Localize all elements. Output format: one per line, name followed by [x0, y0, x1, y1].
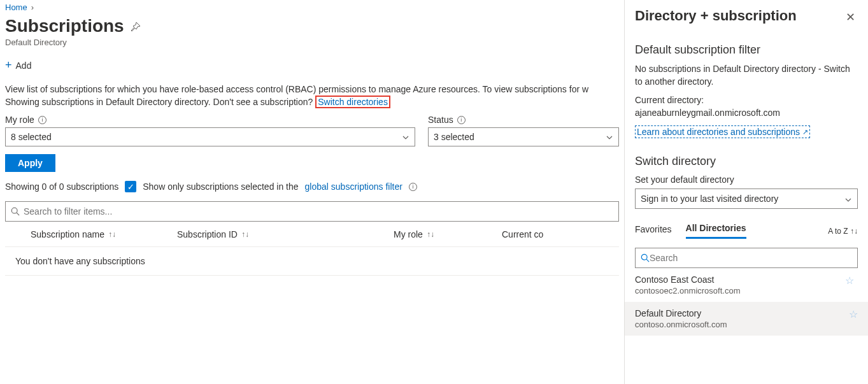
directory-item[interactable]: Default Directorycontoso.onmicrosoft.com…: [625, 302, 868, 336]
results-count: Showing 0 of 0 subscriptions: [5, 181, 118, 192]
svg-point-0: [11, 208, 17, 214]
tab-favorites[interactable]: Favorites: [635, 224, 672, 238]
plus-icon: +: [5, 59, 12, 72]
search-bar[interactable]: [5, 201, 619, 222]
learn-link[interactable]: Learn about directories and subscription…: [635, 125, 810, 138]
default-filter-heading: Default subscription filter: [635, 43, 858, 57]
sort-icon: ↑↓: [241, 230, 249, 239]
info-icon[interactable]: i: [457, 116, 466, 124]
col-subscription-name[interactable]: Subscription name ↑↓: [5, 229, 171, 239]
switch-directories-link[interactable]: Switch directories: [315, 96, 390, 108]
default-filter-text: No subscriptions in Default Directory di…: [635, 63, 858, 88]
info-icon[interactable]: i: [38, 116, 46, 124]
my-role-dropdown[interactable]: 8 selected: [5, 127, 415, 146]
directory-name: Contoso East Coast: [635, 274, 740, 285]
svg-line-1: [17, 213, 19, 215]
apply-button[interactable]: Apply: [5, 154, 55, 172]
set-default-label: Set your default directory: [635, 174, 858, 185]
sort-icon: ↑↓: [108, 230, 116, 239]
chevron-down-icon: [844, 194, 852, 204]
current-directory-label: Current directory:: [635, 95, 704, 105]
side-panel-title: Directory + subscription: [635, 8, 797, 24]
switch-directory-heading: Switch directory: [635, 155, 858, 168]
directory-domain: contosoec2.onmicrosoft.com: [635, 286, 740, 295]
directory-item[interactable]: Contoso East Coastcontosoec2.onmicrosoft…: [635, 268, 858, 302]
chevron-down-icon: [402, 132, 409, 142]
page-title: Subscriptions: [5, 16, 124, 36]
close-button[interactable]: ✕: [843, 8, 858, 27]
sort-icon: ↑↓: [427, 230, 434, 239]
breadcrumb-home-link[interactable]: Home: [5, 3, 27, 12]
search-input[interactable]: [24, 206, 613, 217]
default-directory-dropdown[interactable]: Sign in to your last visited directory: [635, 188, 858, 209]
add-button[interactable]: + Add: [5, 59, 619, 72]
breadcrumb: Home ›: [5, 3, 619, 12]
directory-domain: contoso.onmicrosoft.com: [635, 320, 727, 329]
search-icon: [11, 207, 20, 216]
search-icon: [641, 253, 650, 262]
chevron-down-icon: [606, 132, 613, 142]
current-directory-value: ajaneaburnleygmail.onmicrosoft.com: [635, 108, 780, 118]
col-subscription-id[interactable]: Subscription ID ↑↓: [171, 229, 387, 239]
star-icon[interactable]: ☆: [849, 308, 858, 320]
col-current-cost[interactable]: Current co: [495, 229, 619, 239]
directory-search-input[interactable]: [650, 253, 852, 263]
status-value: 3 selected: [434, 132, 474, 142]
status-label: Status: [428, 115, 453, 125]
add-button-label: Add: [16, 60, 32, 71]
svg-point-2: [641, 255, 647, 260]
description-text: View list of subscriptions for which you…: [5, 83, 619, 108]
show-only-checkbox[interactable]: ✓: [125, 181, 136, 192]
table-header: Subscription name ↑↓ Subscription ID ↑↓ …: [5, 222, 619, 247]
show-only-label: Show only subscriptions selected in the: [143, 181, 298, 192]
info-icon[interactable]: i: [409, 183, 417, 191]
star-icon[interactable]: ☆: [845, 274, 854, 287]
directory-search[interactable]: [635, 248, 858, 268]
sort-toggle[interactable]: A to Z ↑↓: [828, 227, 858, 236]
chevron-right-icon: ›: [31, 3, 34, 12]
tab-all-directories[interactable]: All Directories: [686, 223, 746, 239]
external-link-icon: ↗: [802, 128, 808, 136]
status-dropdown[interactable]: 3 selected: [428, 127, 619, 146]
default-directory-value: Sign in to your last visited directory: [641, 194, 778, 204]
directory-subscription-panel: Directory + subscription ✕ Default subsc…: [624, 0, 868, 384]
svg-line-3: [646, 260, 649, 262]
page-subtitle: Default Directory: [5, 38, 619, 47]
directory-name: Default Directory: [635, 308, 727, 318]
my-role-label: My role: [5, 115, 34, 125]
col-my-role[interactable]: My role ↑↓: [387, 229, 495, 239]
global-filter-link[interactable]: global subscriptions filter: [305, 181, 402, 192]
empty-subscriptions-text: You don't have any subscriptions: [5, 247, 619, 276]
my-role-value: 8 selected: [11, 132, 52, 142]
pin-icon[interactable]: [131, 20, 141, 31]
